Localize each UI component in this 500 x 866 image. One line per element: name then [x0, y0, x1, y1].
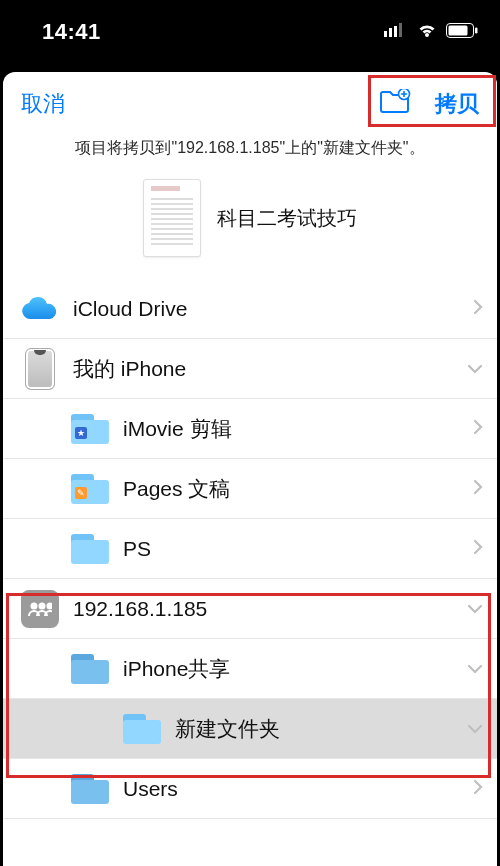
chevron-down-icon: [467, 600, 483, 618]
location-row-server[interactable]: 192.168.1.185: [3, 579, 497, 639]
chevron-right-icon: [473, 779, 483, 799]
folder-dark-icon: [69, 768, 111, 810]
chevron-right-icon: [473, 419, 483, 439]
svg-rect-2: [394, 26, 397, 37]
svg-rect-0: [384, 31, 387, 37]
location-label: iCloud Drive: [61, 297, 473, 321]
chevron-right-icon: [473, 479, 483, 499]
cancel-button[interactable]: 取消: [21, 89, 65, 119]
location-row-newfolder[interactable]: 新建文件夹: [3, 699, 497, 759]
folder-icon: [69, 528, 111, 570]
cellular-icon: [384, 23, 408, 41]
file-name: 科目二考试技巧: [217, 205, 357, 232]
chevron-down-icon: [467, 360, 483, 378]
wifi-icon: [416, 22, 438, 42]
chevron-right-icon: [473, 299, 483, 319]
svg-point-10: [47, 602, 53, 609]
location-label: PS: [111, 537, 473, 561]
status-bar: 14:41: [0, 0, 500, 72]
location-label: iPhone共享: [111, 655, 467, 683]
server-icon: [19, 588, 61, 630]
location-row-users[interactable]: Users: [3, 759, 497, 819]
copy-sheet: 取消 拷贝 项目将拷贝到"192.168.1.185"上的"新建文件夹"。 科目…: [3, 72, 497, 866]
folder-icon: [121, 708, 163, 750]
copy-button[interactable]: 拷贝: [435, 89, 479, 119]
icloud-icon: [19, 288, 61, 330]
svg-rect-5: [449, 25, 468, 35]
location-label: 我的 iPhone: [61, 355, 467, 383]
location-row-myiphone[interactable]: 我的 iPhone: [3, 339, 497, 399]
location-row-pages[interactable]: ✎Pages 文稿: [3, 459, 497, 519]
battery-icon: [446, 23, 478, 42]
svg-point-8: [31, 602, 38, 609]
location-label: 192.168.1.185: [61, 597, 467, 621]
svg-rect-1: [389, 28, 392, 37]
chevron-down-icon: [467, 720, 483, 738]
nav-bar: 取消 拷贝: [3, 72, 497, 130]
folder-dark-icon: [69, 648, 111, 690]
location-row-iphone-share[interactable]: iPhone共享: [3, 639, 497, 699]
svg-point-9: [39, 602, 46, 609]
folder-pen-icon: ✎: [69, 468, 111, 510]
location-row-icloud[interactable]: iCloud Drive: [3, 279, 497, 339]
file-preview: 科目二考试技巧: [3, 163, 497, 279]
locations-list: iCloud Drive我的 iPhone★iMovie 剪辑✎Pages 文稿…: [3, 279, 497, 819]
folder-star-icon: ★: [69, 408, 111, 450]
location-row-ps[interactable]: PS: [3, 519, 497, 579]
chevron-down-icon: [467, 660, 483, 678]
nav-actions: 拷贝: [379, 89, 479, 119]
status-time: 14:41: [42, 19, 101, 45]
location-row-imovie[interactable]: ★iMovie 剪辑: [3, 399, 497, 459]
svg-rect-3: [399, 23, 402, 37]
new-folder-icon[interactable]: [379, 89, 411, 119]
status-indicators: [384, 22, 478, 42]
location-label: iMovie 剪辑: [111, 415, 473, 443]
destination-description: 项目将拷贝到"192.168.1.185"上的"新建文件夹"。: [3, 130, 497, 163]
phone-icon: [19, 348, 61, 390]
chevron-right-icon: [473, 539, 483, 559]
svg-rect-6: [475, 27, 478, 33]
location-label: Pages 文稿: [111, 475, 473, 503]
location-label: Users: [111, 777, 473, 801]
file-thumbnail: [143, 179, 201, 257]
location-label: 新建文件夹: [163, 715, 467, 743]
